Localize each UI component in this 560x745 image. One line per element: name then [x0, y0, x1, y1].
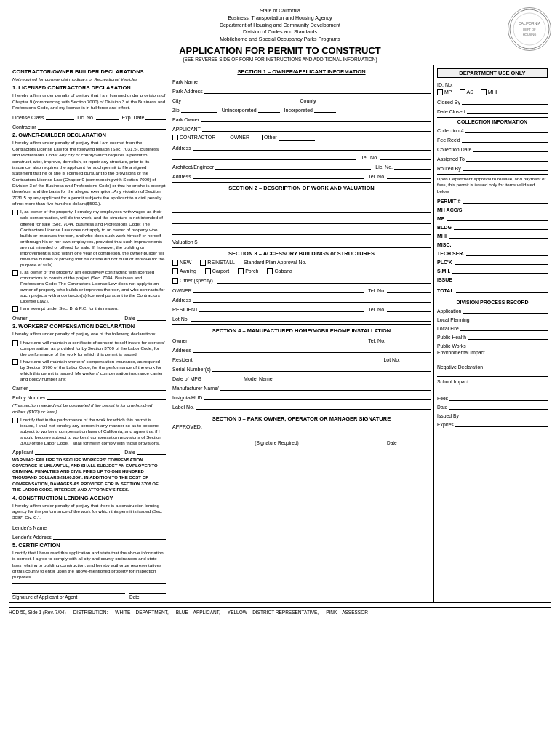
- lic-no-line[interactable]: [96, 113, 119, 120]
- other-specify-checkbox[interactable]: [172, 278, 178, 284]
- check3b[interactable]: [12, 359, 18, 365]
- owner3-line[interactable]: [189, 336, 364, 343]
- id-no-line[interactable]: [455, 80, 548, 87]
- license-class-line[interactable]: [46, 113, 75, 120]
- valuation-line[interactable]: [199, 237, 431, 244]
- carport-checkbox[interactable]: [205, 268, 211, 274]
- plck-line[interactable]: [455, 258, 548, 265]
- public-works-line[interactable]: [468, 341, 548, 348]
- check3c[interactable]: [12, 418, 18, 423]
- check3a[interactable]: [12, 340, 18, 346]
- mp2-line[interactable]: [447, 214, 548, 221]
- as-checkbox[interactable]: [460, 89, 465, 95]
- lot-no-line[interactable]: [191, 314, 431, 322]
- address4-line[interactable]: [193, 346, 431, 353]
- manufacturer-line[interactable]: [220, 383, 431, 391]
- tel3-line[interactable]: [387, 286, 431, 293]
- date-line[interactable]: [137, 314, 166, 321]
- work-line-4[interactable]: [172, 226, 431, 235]
- sig5-line[interactable]: [172, 432, 381, 439]
- closed-by-line[interactable]: [462, 97, 548, 105]
- bldg-line[interactable]: [454, 223, 548, 230]
- resident-line[interactable]: [199, 305, 364, 312]
- new-checkbox[interactable]: [172, 260, 178, 266]
- lenders-name-line[interactable]: [48, 523, 166, 530]
- model-name-line[interactable]: [274, 374, 431, 381]
- contractor-line[interactable]: [38, 122, 166, 130]
- misc-line[interactable]: [453, 240, 548, 247]
- collection-no-line[interactable]: [465, 126, 548, 133]
- cabana-checkbox[interactable]: [267, 268, 273, 274]
- mp-checkbox[interactable]: [437, 89, 443, 95]
- arch-eng-line[interactable]: [215, 162, 371, 170]
- park-name-line[interactable]: [199, 77, 431, 84]
- porch-checkbox[interactable]: [238, 268, 244, 274]
- owner-line[interactable]: [29, 314, 121, 321]
- owner-checkbox[interactable]: [223, 135, 228, 140]
- park-owner-line[interactable]: [201, 115, 431, 122]
- local-planning-line[interactable]: [471, 315, 548, 322]
- mh-acc-line[interactable]: [464, 205, 548, 212]
- work-line-3[interactable]: [172, 215, 431, 224]
- applicant-line[interactable]: [35, 447, 120, 455]
- fee-recd-line[interactable]: [462, 135, 548, 143]
- mfg-date-line[interactable]: [203, 374, 239, 381]
- contractor-checkbox[interactable]: [172, 135, 178, 140]
- date-closed-line[interactable]: [467, 107, 548, 114]
- issue-line[interactable]: [455, 275, 548, 282]
- awning-checkbox[interactable]: [172, 268, 178, 274]
- tel4-line[interactable]: [387, 305, 431, 312]
- policy-line[interactable]: [47, 393, 166, 400]
- reinstall-checkbox[interactable]: [200, 260, 206, 266]
- sig-date-line[interactable]: [129, 586, 166, 594]
- date2-line[interactable]: [137, 447, 166, 455]
- inc-line[interactable]: [314, 105, 336, 113]
- other-checkbox[interactable]: [257, 135, 263, 140]
- public-health-line[interactable]: [468, 332, 548, 340]
- city-line[interactable]: [183, 96, 295, 103]
- zip-line[interactable]: [181, 105, 217, 113]
- other-specify-line[interactable]: [217, 276, 431, 284]
- address3-line[interactable]: [193, 295, 431, 303]
- checkbox1[interactable]: [12, 210, 18, 215]
- assigned-to-line[interactable]: [466, 154, 548, 162]
- county-line[interactable]: [318, 96, 431, 103]
- serial-line[interactable]: [212, 364, 431, 372]
- lic-no-mid-line[interactable]: [394, 162, 431, 170]
- mhi2-line[interactable]: [449, 231, 548, 239]
- date3-line[interactable]: [387, 432, 431, 439]
- address2-line[interactable]: [193, 172, 364, 179]
- exp-date-line[interactable]: [145, 113, 166, 120]
- address-mid-line[interactable]: [193, 143, 431, 151]
- insignia-line[interactable]: [204, 393, 431, 400]
- env-impact-line[interactable]: [437, 355, 548, 362]
- tel-line2[interactable]: [380, 153, 431, 160]
- permit-no-line[interactable]: [463, 196, 548, 204]
- resident2-line[interactable]: [194, 355, 380, 362]
- tech-ser-line[interactable]: [466, 249, 548, 256]
- tel-no2-line[interactable]: [387, 172, 431, 179]
- other-line[interactable]: [279, 134, 315, 141]
- local-fire-line[interactable]: [460, 324, 548, 331]
- park-address-line[interactable]: [204, 87, 431, 94]
- mhi-checkbox[interactable]: [481, 89, 487, 95]
- smi-line[interactable]: [452, 266, 548, 274]
- total-line[interactable]: [456, 286, 548, 293]
- sig-line[interactable]: [12, 586, 125, 594]
- expires-line[interactable]: [455, 420, 548, 427]
- collection-date-line[interactable]: [473, 145, 548, 152]
- school-impact-line[interactable]: [437, 384, 548, 391]
- tel-line1[interactable]: [172, 153, 356, 160]
- label-no-line[interactable]: [196, 402, 431, 410]
- carrier-line[interactable]: [29, 383, 166, 391]
- applicant-mid-line[interactable]: [202, 124, 431, 132]
- routed-by-line[interactable]: [463, 164, 548, 171]
- owner2-line[interactable]: [193, 286, 364, 293]
- negative-decl-line[interactable]: [437, 370, 548, 377]
- tel5-line[interactable]: [387, 336, 431, 343]
- std-plan-line[interactable]: [311, 259, 354, 266]
- work-line-1[interactable]: [172, 194, 431, 202]
- application-line[interactable]: [463, 306, 548, 314]
- issued-by-line[interactable]: [460, 411, 548, 418]
- fees-line[interactable]: [449, 394, 548, 401]
